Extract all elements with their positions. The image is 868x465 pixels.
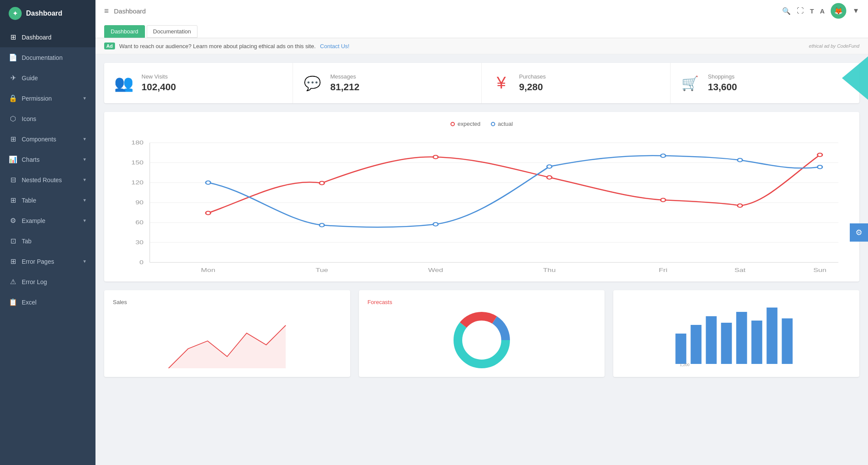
svg-text:Sat: Sat <box>734 267 746 273</box>
charts-icon: 📊 <box>9 155 17 164</box>
svg-rect-44 <box>736 312 747 364</box>
stat-value-messages: 81,212 <box>330 82 359 93</box>
sidebar-item-label: Icons <box>22 115 87 122</box>
documentation-icon: 📄 <box>9 53 17 62</box>
svg-text:Tue: Tue <box>316 267 328 273</box>
header: ≡ Dashboard 🔍 ⛶ T A 🦊 ▼ <box>95 0 868 22</box>
sidebar-item-icons[interactable]: ⬡ Icons <box>0 108 95 129</box>
svg-point-24 <box>319 181 324 185</box>
accessibility-icon[interactable]: A <box>820 7 825 15</box>
sidebar-item-table[interactable]: ⊞ Table ▼ <box>0 190 95 210</box>
svg-text:Sun: Sun <box>813 267 826 273</box>
stat-card-shoppings: 🛒 Shoppings 13,600 <box>671 63 859 103</box>
stat-label-messages: Messages <box>330 73 359 80</box>
icons-icon: ⬡ <box>9 115 17 123</box>
svg-point-32 <box>433 223 438 226</box>
sales-chart-svg <box>113 310 342 368</box>
sidebar-item-charts[interactable]: 📊 Charts ▼ <box>0 149 95 170</box>
sidebar-item-label: Excel <box>22 299 87 306</box>
svg-point-31 <box>319 223 324 227</box>
ad-badge: Ad <box>104 43 115 49</box>
bar-chart-card: 1,200 <box>613 290 859 377</box>
sidebar: ✦ Dashboard ⊞ Dashboard 📄 Documentation … <box>0 0 95 465</box>
stat-value-shoppings: 13,600 <box>708 82 737 93</box>
stat-info-purchases: Purchases 9,280 <box>519 73 546 93</box>
expected-legend-dot <box>450 122 455 126</box>
triangle-decoration <box>842 56 868 100</box>
components-icon: ⊞ <box>9 135 17 143</box>
svg-rect-45 <box>752 321 763 364</box>
sidebar-item-permission[interactable]: 🔒 Permission ▼ <box>0 88 95 108</box>
excel-icon: 📋 <box>9 298 17 306</box>
svg-point-25 <box>433 155 438 159</box>
sidebar-item-dashboard[interactable]: ⊞ Dashboard <box>0 27 95 47</box>
stat-card-messages: 💬 Messages 81,212 <box>293 63 482 103</box>
chevron-down-icon: ▼ <box>82 96 87 101</box>
hamburger-button[interactable]: ≡ <box>104 7 109 16</box>
sidebar-item-components[interactable]: ⊞ Components ▼ <box>0 129 95 149</box>
stat-info-messages: Messages 81,212 <box>330 73 359 93</box>
sidebar-item-tab[interactable]: ⊡ Tab <box>0 231 95 251</box>
svg-text:150: 150 <box>131 160 143 165</box>
sidebar-item-label: Components <box>22 136 78 143</box>
main-content: ≡ Dashboard 🔍 ⛶ T A 🦊 ▼ Dashboard Docume… <box>95 0 868 465</box>
svg-point-23 <box>206 211 210 215</box>
sidebar-item-label: Guide <box>22 75 87 82</box>
nested-routes-icon: ⊟ <box>9 176 17 184</box>
svg-point-30 <box>206 181 210 184</box>
font-size-icon[interactable]: T <box>810 7 814 15</box>
forecasts-chart-title: Forecasts <box>368 299 596 305</box>
svg-rect-41 <box>691 325 702 364</box>
ad-contact-link[interactable]: Contact Us! <box>320 43 349 49</box>
sidebar-item-label: Example <box>22 217 78 224</box>
sidebar-item-guide[interactable]: ✈ Guide <box>0 68 95 88</box>
search-icon[interactable]: 🔍 <box>782 7 791 15</box>
chevron-down-icon: ▼ <box>82 218 87 223</box>
sidebar-logo[interactable]: ✦ Dashboard <box>0 0 95 27</box>
actual-legend-label: actual <box>498 121 513 127</box>
sidebar-item-label: Dashboard <box>22 34 87 41</box>
sidebar-item-error-pages[interactable]: ⊞ Error Pages ▼ <box>0 251 95 272</box>
bottom-charts-row: Sales Forecasts <box>104 290 859 377</box>
svg-point-34 <box>661 154 665 157</box>
forecasts-donut-svg <box>451 310 512 370</box>
chart-container: 180 150 120 90 60 30 0 Mon Tue Wed Thu F… <box>113 134 851 273</box>
tab-dashboard[interactable]: Dashboard <box>104 25 145 38</box>
error-pages-icon: ⊞ <box>9 257 17 265</box>
svg-rect-43 <box>721 323 732 364</box>
avatar-button[interactable]: 🦊 <box>831 3 846 19</box>
svg-rect-42 <box>706 316 717 364</box>
settings-gear-button[interactable]: ⚙ <box>850 223 868 242</box>
line-chart-section: expected actual 180 <box>104 112 859 282</box>
ad-banner: Ad Want to reach our audience? Learn mor… <box>95 38 868 54</box>
chevron-down-icon: ▼ <box>82 177 87 182</box>
shoppings-icon: 🛒 <box>679 75 701 92</box>
sidebar-item-excel[interactable]: 📋 Excel <box>0 292 95 312</box>
tab-documentation[interactable]: Documentation <box>147 25 197 38</box>
legend-actual: actual <box>491 121 513 127</box>
messages-icon: 💬 <box>302 75 323 92</box>
header-title: Dashboard <box>114 7 777 15</box>
dashboard-icon: ⊞ <box>9 33 17 41</box>
actual-legend-dot <box>491 122 495 126</box>
header-icons: 🔍 ⛶ T A 🦊 ▼ <box>782 3 859 19</box>
svg-point-35 <box>737 158 742 162</box>
ad-text: Want to reach our audience? Learn more a… <box>119 43 316 49</box>
new-visits-icon: 👥 <box>113 74 135 92</box>
sidebar-item-example[interactable]: ⚙ Example ▼ <box>0 210 95 231</box>
stat-card-purchases: ¥ Purchases 9,280 <box>482 63 671 103</box>
table-icon: ⊞ <box>9 196 17 204</box>
sidebar-item-nested-routes[interactable]: ⊟ Nested Routes ▼ <box>0 170 95 190</box>
sidebar-item-error-log[interactable]: ⚠ Error Log <box>0 272 95 292</box>
stat-info-shoppings: Shoppings 13,600 <box>708 73 737 93</box>
sidebar-item-label: Nested Routes <box>22 177 78 183</box>
sidebar-logo-text: Dashboard <box>26 10 62 17</box>
sidebar-item-documentation[interactable]: 📄 Documentation <box>0 47 95 68</box>
svg-text:Wed: Wed <box>428 267 443 273</box>
svg-text:30: 30 <box>135 239 144 245</box>
fullscreen-icon[interactable]: ⛶ <box>797 7 804 15</box>
chevron-down-icon: ▼ <box>82 137 87 141</box>
chevron-down-icon: ▼ <box>82 157 87 162</box>
avatar-dropdown-arrow[interactable]: ▼ <box>852 7 859 15</box>
purchases-icon: ¥ <box>490 74 512 92</box>
